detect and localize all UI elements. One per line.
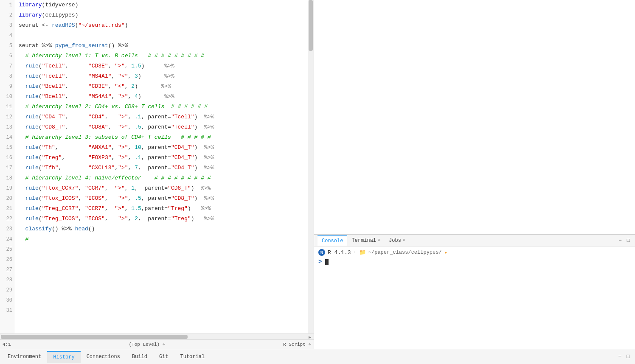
code-line-1: library(tidyverse) [19,0,304,10]
bottom-tab-actions: − □ [616,353,635,361]
right-panel: ConsoleTerminal×Jobs× − □ R R 4.1.3 · 📁 … [314,0,635,349]
code-line-19: rule("Ttox_CCR7", "CCR7", ">", 1, parent… [19,183,304,193]
right-top-area [314,0,635,234]
bottom-tab-history[interactable]: History [47,351,80,363]
folder-icon: 📁 [359,249,366,256]
bottom-tab-bar: EnvironmentHistoryConnectionsBuildGitTut… [0,349,635,364]
code-line-2: library(cellpypes) [19,10,304,20]
code-line-22: rule("Treg_ICOS", "ICOS", ">", 2, parent… [19,214,304,224]
editor-scrollbar-thumb-v[interactable] [309,0,313,51]
maximize-panel-btn[interactable]: □ [625,353,632,361]
line-number-11: 11 [0,102,12,112]
main-area: 1234567891011121314151617181920212223242… [0,0,635,349]
line-number-16: 16 [0,153,12,163]
bottom-tab-git[interactable]: Git [153,351,174,362]
line-number-31: 31 [0,305,12,316]
code-line-28 [19,275,304,285]
close-tab-jobs-icon[interactable]: × [403,238,405,243]
line-number-8: 8 [0,71,12,81]
line-number-27: 27 [0,265,12,275]
code-context[interactable]: (Top Level) ÷ [129,342,165,347]
editor-content: 1234567891011121314151617181920212223242… [0,0,314,333]
console-tabs: ConsoleTerminal×Jobs× − □ [314,235,635,246]
code-line-13: rule("CD8_T", "CD8A", ">", .5, parent="T… [19,122,304,132]
code-line-25 [19,244,304,255]
bottom-tab-tutorial[interactable]: Tutorial [174,351,211,362]
line-number-30: 30 [0,295,12,305]
line-number-13: 13 [0,122,12,132]
code-line-9: rule("Bcell", "CD3E", "<", 2) %>% [19,81,304,92]
code-line-23: classify() %>% head() [19,224,304,234]
code-line-5: seurat %>% pype_from_seurat() %>% [19,41,304,51]
code-line-7: rule("Tcell", "CD3E", ">", 1.5) %>% [19,61,304,71]
console-separator: · [354,249,357,255]
line-number-12: 12 [0,112,12,122]
console-path[interactable]: ~/paper_class/cellpypes/ [368,249,442,255]
code-line-3: seurat <- readRDS("~/seurat.rds") [19,20,304,31]
open-folder-icon[interactable]: ▸ [444,249,448,256]
r-icon: R [318,249,325,256]
code-line-15: rule("Th", "ANXA1", ">", 10, parent="CD4… [19,143,304,153]
console-prompt-line[interactable]: > [318,258,631,265]
minimize-console-btn[interactable]: − [617,237,624,244]
console-tab-console[interactable]: Console [318,235,347,246]
editor-status-bar: 4:1 (Top Level) ÷ R Script ÷ [0,339,314,349]
maximize-console-btn[interactable]: □ [625,237,632,244]
console-tab-terminal[interactable]: Terminal× [347,236,385,245]
line-numbers: 1234567891011121314151617181920212223242… [0,0,15,333]
console-info-line: R R 4.1.3 · 📁 ~/paper_class/cellpypes/ ▸ [318,249,631,256]
bottom-tab-connections[interactable]: Connections [81,351,126,362]
console-tab-jobs[interactable]: Jobs× [385,236,410,245]
code-line-31 [19,305,304,316]
editor-panel: 1234567891011121314151617181920212223242… [0,0,314,349]
editor-scrollbar-horizontal[interactable]: ▶ [0,333,314,339]
line-number-7: 7 [0,61,12,71]
code-line-11: # hierarchy level 2: CD4+ vs. CD8+ T cel… [19,102,304,112]
line-number-9: 9 [0,81,12,92]
line-number-4: 4 [0,31,12,41]
code-line-14: # hierarchy level 3: subsets of CD4+ T c… [19,132,304,143]
code-line-27 [19,265,304,275]
scroll-right-arrow[interactable]: ▶ [309,335,313,339]
code-line-10: rule("Bcell", "MS4A1", ">", 4) %>% [19,92,304,102]
code-line-16: rule("Treg", "FOXP3", ">", .1, parent="C… [19,153,304,163]
line-number-29: 29 [0,285,12,295]
file-type[interactable]: R Script ÷ [283,342,311,347]
close-tab-terminal-icon[interactable]: × [378,238,380,243]
line-number-21: 21 [0,204,12,214]
code-area[interactable]: library(tidyverse)library(cellpypes)seur… [15,0,308,333]
line-number-19: 19 [0,183,12,193]
code-line-17: rule("Tfh", "CXCL13",">", 7, parent="CD4… [19,163,304,173]
line-number-23: 23 [0,224,12,234]
minimize-panel-btn[interactable]: − [616,353,623,361]
line-number-15: 15 [0,143,12,153]
line-number-26: 26 [0,255,12,265]
line-number-14: 14 [0,132,12,143]
code-line-26 [19,255,304,265]
line-number-1: 1 [0,0,12,10]
editor-scrollbar-vertical[interactable] [308,0,314,333]
code-line-12: rule("CD4_T", "CD4", ">", .1, parent="Tc… [19,112,304,122]
cursor-position: 4:1 [3,342,11,347]
code-line-24: # [19,234,304,244]
bottom-tab-environment[interactable]: Environment [2,351,47,362]
code-line-18: # hierarchy level 4: naive/effector # # … [19,173,304,183]
console-content[interactable]: R R 4.1.3 · 📁 ~/paper_class/cellpypes/ ▸… [314,246,635,349]
console-cursor [325,259,329,265]
line-number-18: 18 [0,173,12,183]
code-line-29 [19,285,304,295]
console-tab-actions: − □ [617,237,635,244]
r-version-label: R 4.1.3 [328,249,351,256]
code-line-20: rule("Ttox_ICOS", "ICOS", ">", .5, paren… [19,193,304,204]
bottom-tab-build[interactable]: Build [126,351,153,362]
code-line-4 [19,31,304,41]
line-number-25: 25 [0,244,12,255]
editor-scrollbar-thumb-h[interactable] [1,335,188,339]
line-number-17: 17 [0,163,12,173]
line-number-5: 5 [0,41,12,51]
code-line-30 [19,295,304,305]
console-panel: ConsoleTerminal×Jobs× − □ R R 4.1.3 · 📁 … [314,234,635,349]
line-number-3: 3 [0,20,12,31]
line-number-6: 6 [0,51,12,61]
line-number-10: 10 [0,92,12,102]
